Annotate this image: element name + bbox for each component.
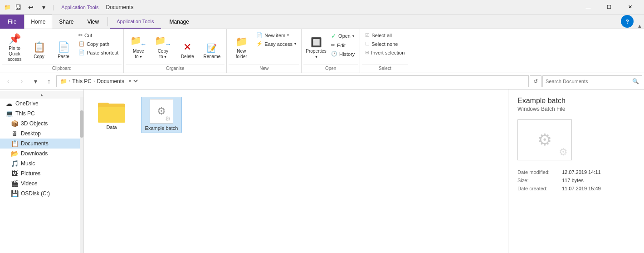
ribbon-collapse-btn[interactable]: ▲	[635, 23, 644, 29]
address-path[interactable]: 📁 › This PC › Documents ▾	[56, 75, 529, 87]
properties-btn[interactable]: 🔲 Properties ▾	[304, 31, 328, 61]
tab-manage[interactable]: Manage	[163, 15, 196, 29]
folder-icon	[97, 99, 126, 123]
sidebar-item-desktop[interactable]: 🖥 Desktop	[0, 129, 83, 139]
rename-btn[interactable]: 📝 Rename	[200, 31, 224, 61]
help-btn[interactable]: ?	[621, 15, 634, 28]
organise-label: Organise	[126, 64, 224, 73]
edit-icon: ✏	[331, 42, 335, 48]
qat-save-btn[interactable]: 🖫	[13, 2, 24, 13]
tab-share[interactable]: Share	[52, 15, 80, 29]
sidebar-item-pictures[interactable]: 🖼 Pictures	[0, 169, 83, 179]
invert-selection-btn[interactable]: ⊟ Invert selection	[363, 48, 407, 57]
preview-gear-large-icon: ⚙	[537, 130, 552, 149]
pin-to-quick-access-btn[interactable]: 📌 Pin to Quick access	[3, 31, 26, 64]
open-btn[interactable]: ✓ Open ▾	[329, 31, 357, 41]
date-created-label: Date created:	[517, 186, 558, 191]
copy-path-btn[interactable]: 📋 Copy path	[76, 40, 121, 48]
app-icon: 📁	[4, 4, 11, 11]
copy-to-btn[interactable]: 📁 → Copy to ▾	[151, 31, 175, 61]
forward-btn[interactable]: ›	[15, 75, 28, 88]
refresh-btn[interactable]: ↺	[530, 75, 542, 87]
file-item-example-batch[interactable]: ⚙ ⚙ Example batch	[141, 97, 182, 133]
cut-btn[interactable]: ✂ Cut	[76, 31, 121, 40]
sidebar-item-music[interactable]: 🎵 Music	[0, 159, 83, 169]
address-dropdown[interactable]: ▾	[126, 77, 139, 85]
delete-icon: ✕	[183, 41, 191, 53]
recent-locations-btn[interactable]: ▾	[29, 75, 42, 88]
qat-dropdown-btn[interactable]: ▾	[38, 2, 49, 13]
gear-large-icon: ⚙	[157, 105, 166, 117]
tab-file[interactable]: File	[0, 15, 24, 29]
ribbon-group-open: 🔲 Properties ▾ ✓ Open ▾ ✏ Edit 🕐 History	[302, 29, 360, 73]
file-area: Data ⚙ ⚙ Example batch	[84, 89, 508, 253]
copy-icon: 📋	[33, 41, 45, 53]
size-value: 117 bytes	[562, 178, 584, 183]
invert-selection-icon: ⊟	[365, 50, 369, 55]
open-icon: ✓	[331, 32, 337, 40]
pictures-icon: 🖼	[11, 170, 18, 177]
preview-thumbnail: ⚙ ⚙	[517, 119, 572, 160]
meta-date-modified: Date modified: 12.07.2019 14:11	[517, 169, 635, 175]
breadcrumb-this-pc[interactable]: This PC	[72, 78, 92, 84]
select-label: Select	[362, 64, 408, 73]
osdisk-icon: 💾	[11, 190, 18, 197]
documents-icon: 📋	[11, 140, 18, 147]
sidebar-item-downloads[interactable]: 📂 Downloads	[0, 149, 83, 159]
date-modified-label: Date modified:	[517, 169, 558, 175]
copy-btn[interactable]: 📋 Copy	[27, 31, 51, 61]
tab-app-tools[interactable]: Application Tools	[110, 15, 161, 29]
app-tools-label: Application Tools	[58, 5, 102, 10]
search-input[interactable]	[546, 79, 630, 84]
rename-icon: 📝	[207, 43, 217, 53]
date-modified-value: 12.07.2019 14:11	[562, 169, 601, 175]
up-btn[interactable]: ↑	[43, 75, 55, 88]
window-controls: — ☐ ✕	[578, 0, 640, 15]
videos-icon: 🎬	[11, 180, 18, 187]
close-btn[interactable]: ✕	[620, 0, 640, 15]
sidebar-item-onedrive[interactable]: ☁ OneDrive	[0, 99, 83, 109]
paste-btn[interactable]: 📄 Paste	[52, 31, 75, 61]
pin-icon: 📌	[9, 33, 21, 45]
sidebar-item-videos[interactable]: 🎬 Videos	[0, 179, 83, 189]
sidebar-item-3d-objects[interactable]: 📦 3D Objects	[0, 119, 83, 129]
ribbon-group-clipboard: 📌 Pin to Quick access 📋 Copy 📄 Paste ✂ C…	[0, 29, 124, 73]
back-btn[interactable]: ‹	[2, 75, 15, 88]
select-all-icon: ☑	[365, 32, 370, 38]
sidebar-scroll-up-btn[interactable]: ▲	[0, 91, 83, 99]
breadcrumb-documents[interactable]: Documents	[97, 78, 124, 84]
select-none-icon: ☐	[365, 41, 370, 47]
delete-btn[interactable]: ✕ Delete	[176, 31, 199, 61]
new-folder-btn[interactable]: 📁 New folder	[229, 31, 253, 61]
maximize-btn[interactable]: ☐	[599, 0, 620, 15]
ribbon-group-new: 📁 New folder 📄 New item ▾ ⚡ Easy access …	[227, 29, 302, 73]
tab-home[interactable]: Home	[24, 15, 52, 29]
search-icon: 🔍	[632, 78, 639, 84]
meta-size: Size: 117 bytes	[517, 178, 635, 183]
move-to-btn[interactable]: 📁 ← Move to ▾	[127, 31, 150, 61]
paste-shortcut-btn[interactable]: 📄 Paste shortcut	[76, 48, 121, 57]
easy-access-btn[interactable]: ⚡ Easy access ▾	[254, 40, 298, 48]
sidebar-scrollbar	[80, 97, 83, 253]
ribbon-group-organise: 📁 ← Move to ▾ 📁 → Copy to ▾ ✕ Delete �	[124, 29, 227, 73]
sidebar-item-this-pc[interactable]: 💻 This PC	[0, 109, 83, 119]
qat-undo-btn[interactable]: ↩	[25, 2, 36, 13]
edit-btn[interactable]: ✏ Edit	[329, 41, 357, 50]
file-item-data[interactable]: Data	[91, 97, 132, 132]
title-bar-title: Documents	[104, 4, 133, 10]
minimize-btn[interactable]: —	[578, 0, 599, 15]
select-none-btn[interactable]: ☐ Select none	[363, 40, 407, 48]
new-label: New	[229, 64, 299, 73]
meta-date-created: Date created: 11.07.2019 15:49	[517, 186, 635, 191]
select-all-btn[interactable]: ☑ Select all	[363, 31, 407, 40]
onedrive-icon: ☁	[5, 100, 13, 107]
tab-view[interactable]: View	[80, 15, 106, 29]
history-btn[interactable]: 🕐 History	[329, 50, 357, 58]
preview-gear-small-icon: ⚙	[559, 146, 568, 158]
downloads-icon: 📂	[11, 150, 18, 157]
new-item-btn[interactable]: 📄 New item ▾	[254, 31, 298, 40]
address-bar: ‹ › ▾ ↑ 📁 › This PC › Documents ▾ ↺ 🔍	[0, 73, 644, 89]
sidebar-item-osdisk[interactable]: 💾 OSDisk (C:)	[0, 189, 83, 198]
sidebar-item-documents[interactable]: 📋 Documents	[0, 139, 83, 149]
sidebar-scrollbar-thumb[interactable]	[80, 110, 83, 138]
